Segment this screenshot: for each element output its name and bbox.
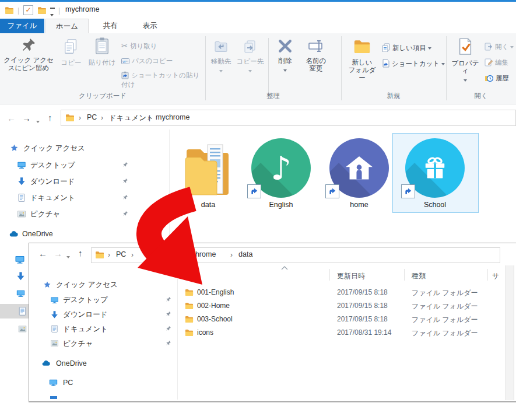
history-button[interactable]: 履歴 — [485, 74, 509, 83]
paste-shortcut-button[interactable]: ショートカットの貼り付け — [121, 71, 205, 80]
download-icon[interactable] — [16, 271, 26, 281]
column-header-name[interactable]: 名前 — [185, 271, 199, 281]
qat-separator2: | — [58, 6, 60, 15]
up-button[interactable]: ↑ — [48, 113, 52, 122]
row-name[interactable]: 002-Home — [197, 302, 230, 310]
delete-button[interactable]: 削除 — [272, 38, 299, 75]
row-type: ファイル フォルダー — [412, 288, 478, 298]
address-folder-icon — [65, 113, 75, 123]
breadcrumb-pc[interactable]: PC — [116, 250, 126, 258]
column-header-size-partial[interactable]: サ — [492, 271, 505, 281]
address-bar[interactable]: › PC › › mychrome › data — [91, 247, 500, 263]
breadcrumb-data[interactable]: data — [238, 250, 252, 258]
copy-button[interactable]: コピー — [57, 38, 85, 66]
column-divider[interactable] — [404, 269, 405, 281]
pictures-icon[interactable] — [17, 324, 27, 334]
pane-divider[interactable] — [177, 265, 178, 400]
properties-icon — [457, 37, 474, 56]
column-divider[interactable] — [487, 269, 488, 281]
paste-button[interactable]: 貼り付け — [86, 37, 118, 66]
file-tile-data-label[interactable]: data — [178, 201, 238, 209]
address-bar[interactable]: › PC › ドキュメント › mychrome — [61, 110, 516, 126]
copy-icon — [62, 38, 80, 55]
tab-view[interactable]: 表示 — [133, 19, 167, 33]
new-item-caret-icon — [428, 47, 431, 50]
sidebar-item-pc[interactable]: PC — [63, 377, 73, 388]
shortcut-arrow-icon — [250, 187, 259, 196]
sidebar-item-partial — [50, 396, 57, 399]
new-item-icon — [382, 43, 390, 52]
rename-button[interactable]: 名前の 変更 — [300, 38, 332, 72]
qat-folder-icon[interactable] — [5, 6, 14, 15]
tab-file[interactable]: ファイル — [0, 19, 44, 33]
sidebar-item-documents[interactable]: ドキュメント — [30, 192, 75, 203]
qat-new-folder-icon[interactable] — [37, 6, 47, 15]
file-tile-english-label[interactable]: English — [251, 201, 311, 209]
recent-locations-caret-icon[interactable] — [36, 116, 40, 127]
file-tile-home-label[interactable]: home — [329, 201, 389, 209]
column-header-modified[interactable]: 更新日時 — [337, 271, 365, 281]
group-label-organize: 整理 — [205, 92, 341, 100]
sidebar-item-desktop[interactable]: デスクトップ — [63, 295, 108, 305]
pc-icon[interactable] — [14, 254, 26, 265]
up-button[interactable]: ↑ — [78, 249, 83, 257]
breadcrumb-pc[interactable]: PC — [87, 113, 97, 121]
pane-divider[interactable] — [169, 130, 170, 243]
crumb-separator: › — [230, 251, 233, 259]
paste-icon — [93, 37, 111, 55]
qat-properties-check-icon[interactable]: ✓ — [23, 5, 33, 15]
music-note-icon: ♪ — [271, 149, 292, 187]
sidebar-item-quick-access[interactable]: クイック アクセス — [23, 143, 85, 153]
breadcrumb-mychrome[interactable]: mychrome — [156, 113, 189, 121]
breadcrumb-mychrome[interactable]: mychrome — [182, 250, 216, 258]
back-button[interactable]: ← — [7, 114, 16, 123]
pin-to-quick-access-button[interactable]: クイック アクセスにピン留め — [1, 37, 56, 72]
column-divider[interactable] — [329, 269, 330, 281]
new-item-button[interactable]: 新しい項目 — [382, 43, 431, 52]
document-icon[interactable] — [17, 306, 27, 316]
tab-home[interactable]: ホーム — [45, 19, 89, 34]
move-to-button[interactable]: 移動先 — [208, 39, 234, 76]
row-name[interactable]: 001-English — [197, 288, 234, 296]
copy-path-button[interactable]: Wパスのコピー — [121, 56, 173, 65]
sidebar-item-downloads[interactable]: ダウンロード — [30, 176, 75, 187]
crumb-separator: › — [101, 114, 103, 122]
sidebar-item-onedrive[interactable]: OneDrive — [22, 229, 53, 239]
new-shortcut-icon — [382, 59, 389, 68]
folder-icon — [185, 302, 194, 310]
back-button[interactable]: ← — [38, 249, 47, 258]
sidebar-item-onedrive[interactable]: OneDrive — [56, 358, 87, 369]
pin-icon — [122, 162, 128, 167]
desktop-icon — [50, 296, 59, 304]
file-tile-data-folder-icon[interactable] — [183, 140, 234, 198]
forward-button[interactable]: → — [54, 249, 62, 258]
scrollbar-track[interactable] — [506, 265, 514, 400]
copy-to-button[interactable]: コピー先 — [236, 39, 265, 76]
edit-button[interactable]: 編集 — [485, 58, 508, 67]
new-shortcut-button[interactable]: ショートカット — [382, 59, 445, 68]
gift-icon — [420, 153, 450, 183]
tab-share[interactable]: 共有 — [93, 19, 127, 33]
desktop-icon[interactable] — [16, 289, 26, 298]
sidebar-item-desktop[interactable]: デスクトップ — [30, 160, 75, 170]
copy-path-icon: W — [121, 58, 129, 65]
row-name[interactable]: 003-School — [197, 315, 233, 323]
new-folder-button[interactable]: 新しい フォルダー — [345, 38, 379, 82]
open-button[interactable]: 開く — [485, 42, 514, 51]
rename-icon — [308, 38, 324, 54]
sidebar-item-pictures[interactable]: ピクチャ — [30, 209, 60, 219]
sidebar-item-quick-access[interactable]: クイック アクセス — [56, 279, 118, 290]
sidebar-item-downloads[interactable]: ダウンロード — [63, 309, 107, 320]
pin-icon — [122, 178, 128, 184]
cut-button[interactable]: ✂切り取り — [121, 41, 157, 51]
sidebar-item-pictures[interactable]: ピクチャ — [63, 338, 93, 349]
row-modified: 2017/09/15 8:18 — [337, 302, 388, 310]
recent-locations-caret-icon[interactable] — [66, 251, 70, 262]
row-name[interactable]: icons — [197, 328, 213, 337]
file-tile-school-label[interactable]: School — [405, 201, 465, 209]
document-icon — [50, 324, 59, 333]
forward-button[interactable]: → — [22, 114, 31, 123]
column-header-type[interactable]: 種類 — [412, 271, 426, 281]
properties-button[interactable]: プロパティ — [448, 37, 482, 85]
sidebar-item-documents[interactable]: ドキュメント — [63, 324, 108, 334]
